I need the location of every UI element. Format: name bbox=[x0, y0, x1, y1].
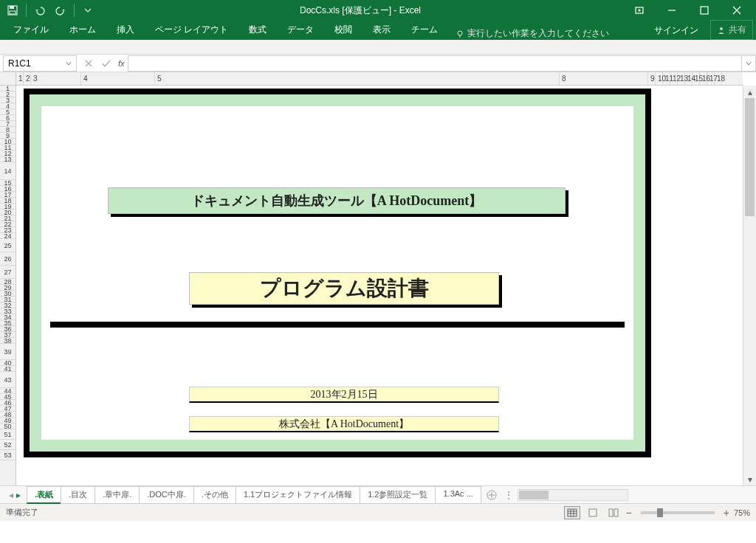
zoom-thumb[interactable] bbox=[657, 508, 663, 517]
scroll-down-icon[interactable]: ▾ bbox=[743, 473, 756, 485]
col-header[interactable]: 16 bbox=[700, 72, 707, 85]
col-header[interactable]: 4 bbox=[81, 72, 155, 85]
col-header[interactable]: 8 bbox=[560, 72, 648, 85]
tell-me-search[interactable]: 実行したい作業を入力してください bbox=[456, 27, 609, 40]
sheet-tab[interactable]: .DOC中扉. bbox=[139, 486, 194, 504]
name-box[interactable]: R1C1 bbox=[3, 55, 77, 72]
sheet-tab[interactable]: .表紙 bbox=[27, 486, 61, 504]
company-box: 株式会社【A HotDocument】 bbox=[189, 416, 499, 432]
tab-insert[interactable]: 挿入 bbox=[106, 20, 145, 40]
svg-rect-16 bbox=[568, 509, 577, 516]
save-icon[interactable] bbox=[3, 1, 22, 19]
svg-rect-2 bbox=[10, 11, 16, 14]
row-header[interactable]: 53 bbox=[0, 450, 16, 460]
row-header[interactable]: 51 bbox=[0, 429, 16, 440]
row-header[interactable]: 14 bbox=[0, 162, 16, 180]
redo-icon[interactable] bbox=[51, 1, 70, 19]
select-all-corner[interactable] bbox=[0, 72, 16, 86]
row-header[interactable]: 13 bbox=[0, 156, 16, 162]
col-header[interactable]: 13 bbox=[678, 72, 685, 85]
cover-frame-mint: ドキュメント自動生成ツール【A HotDocument】 プログラム設計書 20… bbox=[30, 94, 645, 452]
column-headers[interactable]: 1234589101112131415161718 bbox=[16, 72, 743, 86]
page-break-view-icon[interactable] bbox=[605, 506, 622, 519]
zoom-level[interactable]: 75% bbox=[734, 508, 750, 517]
expand-formula-bar-icon[interactable] bbox=[741, 55, 756, 72]
close-icon[interactable] bbox=[721, 0, 753, 21]
row-header[interactable]: 43 bbox=[0, 372, 16, 388]
sheet-content[interactable]: ドキュメント自動生成ツール【A HotDocument】 プログラム設計書 20… bbox=[16, 86, 743, 485]
zoom-out-icon[interactable]: − bbox=[626, 507, 632, 519]
scroll-up-icon[interactable]: ▴ bbox=[743, 86, 756, 98]
col-header[interactable]: 17 bbox=[707, 72, 715, 85]
ribbon-options-icon[interactable] bbox=[623, 0, 656, 21]
col-header[interactable]: 14 bbox=[685, 72, 693, 85]
tab-view[interactable]: 表示 bbox=[362, 20, 401, 40]
formula-input[interactable] bbox=[128, 55, 741, 72]
tab-nav-next-icon[interactable]: ▸ bbox=[16, 490, 21, 500]
tab-file[interactable]: ファイル bbox=[3, 20, 59, 40]
fx-label[interactable]: fx bbox=[115, 59, 128, 68]
row-header[interactable]: 25 bbox=[0, 239, 16, 252]
enter-formula-icon[interactable] bbox=[97, 55, 115, 72]
tab-page-layout[interactable]: ページ レイアウト bbox=[145, 20, 238, 40]
row-header[interactable]: 27 bbox=[0, 266, 16, 279]
tab-team[interactable]: チーム bbox=[401, 20, 448, 40]
zoom-slider[interactable] bbox=[641, 511, 715, 514]
share-button[interactable]: 共有 bbox=[710, 20, 753, 40]
row-header[interactable]: 24 bbox=[0, 233, 16, 239]
row-header[interactable]: 38 bbox=[0, 338, 16, 344]
main-title-banner: プログラム設計書 bbox=[189, 272, 499, 305]
undo-icon[interactable] bbox=[30, 1, 49, 19]
svg-rect-5 bbox=[701, 7, 708, 14]
col-header[interactable]: 18 bbox=[715, 72, 722, 85]
sheet-tab[interactable]: .目次 bbox=[61, 486, 95, 504]
col-header[interactable]: 2 bbox=[24, 72, 31, 85]
row-header[interactable]: 26 bbox=[0, 252, 16, 266]
horizontal-scrollbar[interactable] bbox=[518, 489, 628, 501]
normal-view-icon[interactable] bbox=[564, 506, 580, 519]
sheet-tab[interactable]: .章中扉. bbox=[94, 486, 140, 504]
maximize-icon[interactable] bbox=[688, 0, 721, 21]
tab-nav-prev-icon[interactable]: ◂ bbox=[9, 490, 13, 500]
qat-customize-icon[interactable] bbox=[78, 1, 97, 19]
cancel-formula-icon[interactable] bbox=[80, 55, 97, 72]
hscroll-thumb[interactable] bbox=[519, 491, 549, 499]
col-header[interactable]: 10 bbox=[656, 72, 663, 85]
vertical-scrollbar[interactable]: ▴ ▾ bbox=[743, 86, 756, 485]
date-box: 2013年2月15日 bbox=[189, 387, 499, 403]
zoom-in-icon[interactable]: + bbox=[724, 507, 729, 519]
col-header[interactable]: 11 bbox=[663, 72, 670, 85]
tab-formulas[interactable]: 数式 bbox=[238, 20, 277, 40]
row-headers[interactable]: 1234567891011121314151617181920212223242… bbox=[0, 86, 16, 485]
col-header[interactable]: 5 bbox=[155, 72, 560, 85]
tab-home[interactable]: ホーム bbox=[59, 20, 106, 40]
scroll-thumb[interactable] bbox=[745, 98, 755, 216]
col-header[interactable]: 15 bbox=[693, 72, 700, 85]
sheet-tab-bar: ◂ ▸ .表紙.目次.章中扉..DOC中扉..その他1.1プロジェクトファイル情… bbox=[0, 485, 756, 503]
row-header[interactable]: 41 bbox=[0, 366, 16, 372]
sheet-tab[interactable]: 1.2参照設定一覧 bbox=[360, 486, 436, 504]
row-header[interactable]: 50 bbox=[0, 423, 16, 429]
sheet-tab[interactable]: .その他 bbox=[193, 486, 236, 504]
svg-rect-1 bbox=[10, 6, 14, 9]
col-header[interactable]: 12 bbox=[670, 72, 678, 85]
sheet-tab[interactable]: 1.1プロジェクトファイル情報 bbox=[236, 486, 360, 504]
sheet-tab[interactable]: 1.3Ac ... bbox=[435, 486, 481, 504]
col-header[interactable]: 3 bbox=[31, 72, 81, 85]
ribbon-collapsed bbox=[0, 40, 756, 55]
minimize-icon[interactable] bbox=[656, 0, 688, 21]
svg-rect-23 bbox=[614, 509, 618, 516]
svg-rect-22 bbox=[609, 509, 613, 516]
add-sheet-icon[interactable] bbox=[484, 488, 500, 502]
row-header[interactable]: 39 bbox=[0, 344, 16, 360]
tab-data[interactable]: データ bbox=[277, 20, 324, 40]
formula-bar: R1C1 fx bbox=[0, 55, 756, 72]
chevron-down-icon bbox=[66, 60, 72, 66]
tab-review[interactable]: 校閲 bbox=[324, 20, 362, 40]
window-title: DocCs.xls [保護ビュー] - Excel bbox=[97, 4, 623, 17]
page-layout-view-icon[interactable] bbox=[585, 506, 601, 519]
row-header[interactable]: 52 bbox=[0, 440, 16, 450]
col-header[interactable]: 1 bbox=[16, 72, 24, 85]
signin-link[interactable]: サインイン bbox=[647, 21, 706, 40]
col-header[interactable]: 9 bbox=[648, 72, 656, 85]
